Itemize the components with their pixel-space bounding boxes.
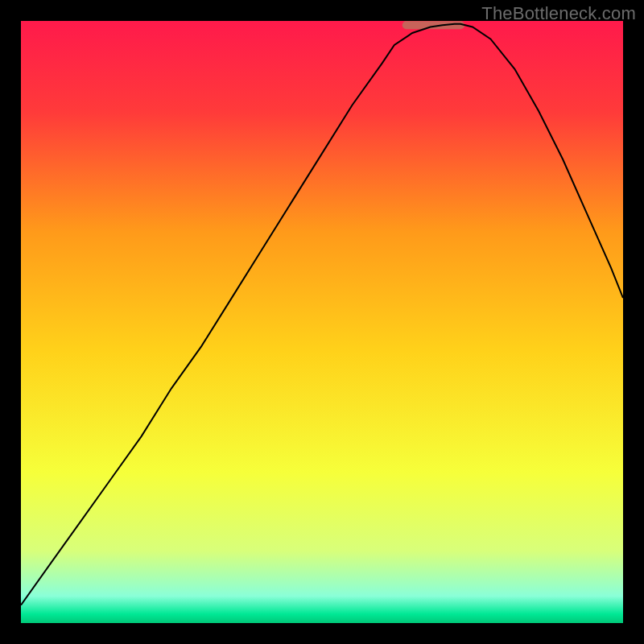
gradient-background <box>21 21 623 623</box>
chart-svg <box>21 21 623 623</box>
chart-frame <box>21 21 623 623</box>
watermark-text: TheBottleneck.com <box>481 3 636 24</box>
